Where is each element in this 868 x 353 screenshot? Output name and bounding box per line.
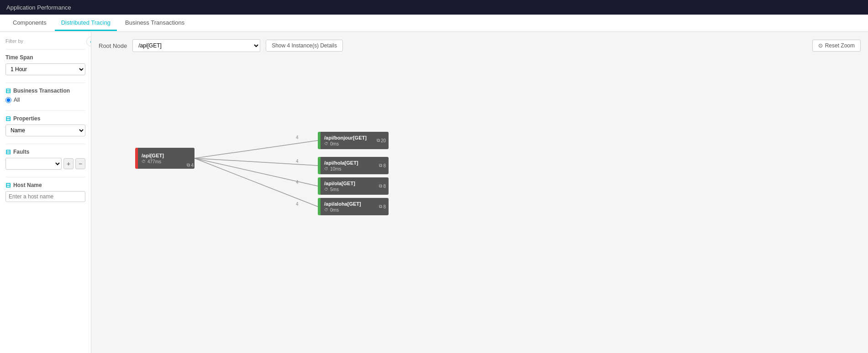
time-span-section: Time Span 1 Hour 3 Hours 6 Hours 12 Hour… [5, 54, 85, 75]
edge-label-1: 4 [296, 135, 299, 140]
properties-section: ⊟ Properties Name [5, 115, 85, 136]
child-node-3-instances: ⧉ 8 [379, 183, 386, 189]
reset-zoom-label: Reset Zoom [825, 42, 855, 49]
sidebar: ❮ Filter by Time Span 1 Hour 3 Hours 6 H… [0, 32, 91, 353]
properties-select[interactable]: Name [5, 125, 85, 136]
child-node-1[interactable]: /api/bonjour[GET] ⏱ 0ms ⧉ 20 [318, 132, 389, 149]
time-span-select[interactable]: 1 Hour 3 Hours 6 Hours 12 Hours 24 Hours [5, 63, 85, 75]
reset-zoom-icon: ⊙ [818, 42, 823, 49]
child-3-copy-icon: ⧉ [379, 183, 382, 189]
faults-header: ⊟ Faults [5, 149, 85, 155]
host-name-toggle[interactable]: ⊟ [5, 182, 11, 188]
child-node-2-time: 10ms [330, 166, 341, 171]
properties-label: Properties [13, 115, 40, 122]
faults-add-button[interactable]: + [63, 158, 74, 169]
host-name-label: Host Name [13, 182, 42, 188]
child-1-clock-icon: ⏱ [324, 141, 328, 146]
svg-line-3 [195, 158, 318, 207]
root-node-select[interactable]: /api[GET] [132, 39, 260, 52]
radio-all-label: All [14, 97, 20, 103]
child-node-1-name: /api/bonjour[GET] [324, 135, 367, 140]
properties-toggle[interactable]: ⊟ [5, 115, 11, 122]
faults-toggle[interactable]: ⊟ [5, 149, 11, 155]
root-node-time: 477ms [147, 159, 161, 164]
faults-section: ⊟ Faults + − [5, 149, 85, 170]
faults-remove-button[interactable]: − [75, 158, 85, 169]
child-2-copy-icon: ⧉ [379, 163, 382, 168]
child-node-4[interactable]: /api/aloha[GET] ⏱ 0ms ⧉ 8 [318, 198, 389, 215]
time-span-label: Time Span [5, 54, 85, 61]
child-1-copy-icon: ⧉ [377, 138, 380, 143]
child-node-3-meta: ⏱ 5ms [324, 187, 339, 192]
properties-header: ⊟ Properties [5, 115, 85, 122]
top-bar: Application Performance [0, 0, 868, 15]
reset-zoom-button[interactable]: ⊙ Reset Zoom [812, 40, 861, 52]
child-node-4-name: /api/aloha[GET] [324, 201, 361, 207]
child-node-4-meta: ⏱ 0ms [324, 208, 339, 213]
content-area: Root Node /api[GET] Show 4 Instance(s) D… [91, 32, 868, 353]
child-node-2[interactable]: /api/hola[GET] ⏱ 10ms ⧉ 8 [318, 157, 389, 174]
child-node-1-meta: ⏱ 0ms [324, 141, 339, 146]
edge-label-4: 4 [296, 202, 299, 207]
root-instance-badge: ⧉ 4 [187, 162, 194, 168]
trace-edges-svg [99, 61, 861, 289]
business-transaction-toggle[interactable]: ⊟ [5, 88, 11, 94]
app-title: Application Performance [6, 4, 71, 11]
child-node-4-instances: ⧉ 8 [379, 204, 386, 209]
root-node-meta: ⏱ 477ms [142, 159, 161, 164]
edge-label-3: 4 [296, 180, 299, 185]
child-2-clock-icon: ⏱ [324, 166, 328, 171]
business-transaction-label: Business Transaction [13, 88, 70, 94]
tab-components[interactable]: Components [6, 16, 53, 31]
filter-by-label: Filter by [5, 38, 85, 44]
nav-tabs: Components Distributed Tracing Business … [0, 15, 868, 32]
host-name-section: ⊟ Host Name [5, 182, 85, 202]
show-instances-button[interactable]: Show 4 Instance(s) Details [266, 40, 343, 52]
edge-label-2: 4 [296, 159, 299, 164]
tab-distributed-tracing[interactable]: Distributed Tracing [55, 16, 117, 31]
root-clock-icon: ⏱ [142, 159, 146, 164]
svg-line-0 [195, 140, 318, 158]
child-node-3-time: 5ms [330, 187, 339, 192]
child-node-2-name: /api/hola[GET] [324, 160, 358, 166]
child-4-clock-icon: ⏱ [324, 208, 328, 212]
radio-all[interactable] [5, 97, 11, 103]
faults-select[interactable] [5, 158, 62, 170]
child-node-2-instances: ⧉ 8 [379, 163, 386, 168]
svg-line-2 [195, 158, 318, 186]
root-node-name: /api[GET] [142, 153, 164, 158]
business-transaction-radio-group: All [5, 97, 85, 103]
child-node-1-time: 0ms [330, 141, 339, 146]
child-node-3-name: /api/ola[GET] [324, 181, 355, 186]
host-name-header: ⊟ Host Name [5, 182, 85, 188]
child-node-2-meta: ⏱ 10ms [324, 166, 341, 171]
root-node-label: Root Node [99, 42, 127, 49]
host-name-input[interactable] [5, 191, 85, 202]
tab-business-transactions[interactable]: Business Transactions [119, 16, 191, 31]
trace-diagram: 4 4 4 4 /api[GET] ⏱ 477ms ⧉ 4 /api/bonjo… [99, 61, 861, 289]
business-transaction-section: ⊟ Business Transaction All [5, 88, 85, 103]
business-transaction-header: ⊟ Business Transaction [5, 88, 85, 94]
child-node-3[interactable]: /api/ola[GET] ⏱ 5ms ⧉ 8 [318, 177, 389, 195]
faults-label: Faults [13, 149, 29, 155]
root-node-instances: 4 [191, 163, 194, 168]
content-controls: Root Node /api[GET] Show 4 Instance(s) D… [99, 39, 861, 52]
child-node-4-time: 0ms [330, 208, 339, 213]
child-3-clock-icon: ⏱ [324, 187, 328, 192]
root-copy-icon: ⧉ [187, 162, 190, 168]
root-node[interactable]: /api[GET] ⏱ 477ms ⧉ 4 [135, 148, 195, 169]
main-layout: ❮ Filter by Time Span 1 Hour 3 Hours 6 H… [0, 32, 868, 353]
sidebar-collapse-button[interactable]: ❮ [86, 36, 91, 47]
faults-controls: + − [5, 158, 85, 170]
child-node-1-instances: ⧉ 20 [377, 138, 386, 143]
svg-line-1 [195, 158, 318, 166]
child-4-copy-icon: ⧉ [379, 204, 382, 209]
